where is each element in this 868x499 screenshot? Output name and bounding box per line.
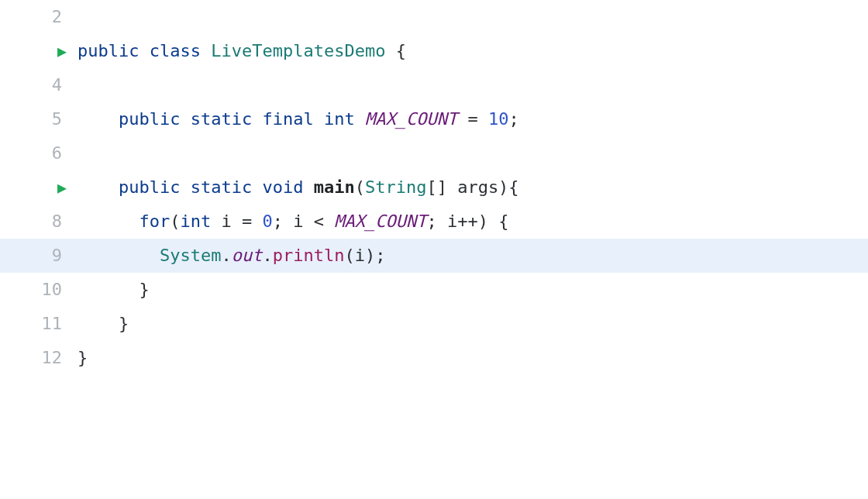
code-content[interactable]: for(int i = 0; i < MAX_COUNT; i++) { [78,205,868,239]
token-text [355,109,365,129]
token-text: ; i < [273,212,334,231]
token-type: System [160,246,221,265]
indent [78,280,139,299]
token-text [314,109,324,129]
token-text [201,41,211,60]
line-number: 12 [42,341,63,375]
code-line[interactable]: 12} [0,341,868,375]
token-kw: static [191,109,252,129]
indent [78,246,160,265]
gutter[interactable]: 4 [0,68,78,102]
token-text: [] args){ [426,177,518,197]
token-text: { [385,41,406,60]
gutter[interactable]: 10 [0,273,78,307]
token-text [180,177,190,197]
token-text: = [457,109,488,129]
line-number: 6 [52,136,62,170]
token-text [139,41,149,60]
line-number: 9 [52,239,62,273]
indent [78,314,119,333]
token-type: LiveTemplatesDemo [211,41,385,60]
token-text: } [119,314,129,333]
gutter[interactable]: 12 [0,341,78,375]
token-text: } [78,348,88,367]
code-line[interactable]: 8 for(int i = 0; i < MAX_COUNT; i++) { [0,205,868,239]
token-num: 0 [262,212,272,231]
token-fld: MAX_COUNT [334,212,426,231]
token-kw: class [150,41,201,60]
token-text: . [262,246,272,265]
token-type: String [365,177,426,197]
token-text: (i); [344,246,385,265]
code-content[interactable]: System.out.println(i); [78,239,868,273]
token-kw: int [180,212,211,231]
code-line[interactable]: 5 public static final int MAX_COUNT = 10… [0,102,868,136]
indent [78,177,119,197]
code-line[interactable]: 2 [0,0,868,34]
token-kw: void [262,177,303,197]
gutter[interactable]: 2 [0,0,78,34]
token-kw: int [324,109,355,129]
code-line[interactable]: 6 [0,136,868,170]
token-fld: MAX_COUNT [365,109,457,129]
line-number: 8 [52,205,62,239]
token-text: . [221,246,231,265]
token-kw: public [119,177,180,197]
code-line[interactable]: 9 System.out.println(i); [0,239,868,273]
run-icon[interactable]: ▶ [57,170,67,205]
code-content[interactable]: public static final int MAX_COUNT = 10; [78,102,868,136]
token-fld: out [232,246,263,265]
code-content[interactable]: } [78,307,868,341]
token-text [252,109,262,129]
indent [78,212,139,231]
token-text: ( [355,177,365,197]
line-number: 10 [42,273,63,307]
token-kw: static [191,177,252,197]
code-line[interactable]: 11 } [0,307,868,341]
token-text [180,109,190,129]
token-text [252,177,262,197]
token-mdef: main [314,177,355,197]
code-content[interactable]: } [78,341,868,375]
indent [78,109,119,129]
line-number: 2 [52,0,62,34]
gutter[interactable]: 5 [0,102,78,136]
line-number: 5 [52,102,62,136]
run-icon[interactable]: ▶ [57,34,67,68]
token-text: i = [211,212,262,231]
code-line[interactable]: 4 [0,68,868,102]
gutter[interactable]: 11 [0,307,78,341]
code-line[interactable]: 10 } [0,273,868,307]
code-line[interactable]: ▶public class LiveTemplatesDemo { [0,34,868,68]
token-text: ; i++) { [426,212,508,231]
gutter[interactable]: 6 [0,136,78,170]
code-content[interactable]: } [78,273,868,307]
token-kw: final [262,109,313,129]
line-number: 4 [52,68,62,102]
code-editor[interactable]: 2▶public class LiveTemplatesDemo {45 pub… [0,0,868,375]
token-text: } [139,280,149,299]
token-kw: public [119,109,180,129]
line-number: 11 [42,307,63,341]
code-content[interactable]: public class LiveTemplatesDemo { [78,34,868,68]
token-text: ( [170,212,180,231]
token-call: println [273,246,345,265]
code-content[interactable]: public static void main(String[] args){ [78,170,868,205]
token-text [303,177,313,197]
gutter[interactable]: 8 [0,205,78,239]
token-num: 10 [488,109,509,129]
token-kw: public [78,41,139,60]
token-kw: for [139,212,170,231]
code-line[interactable]: ▶ public static void main(String[] args)… [0,170,868,205]
token-text: ; [508,109,518,129]
gutter[interactable]: 9 [0,239,78,273]
